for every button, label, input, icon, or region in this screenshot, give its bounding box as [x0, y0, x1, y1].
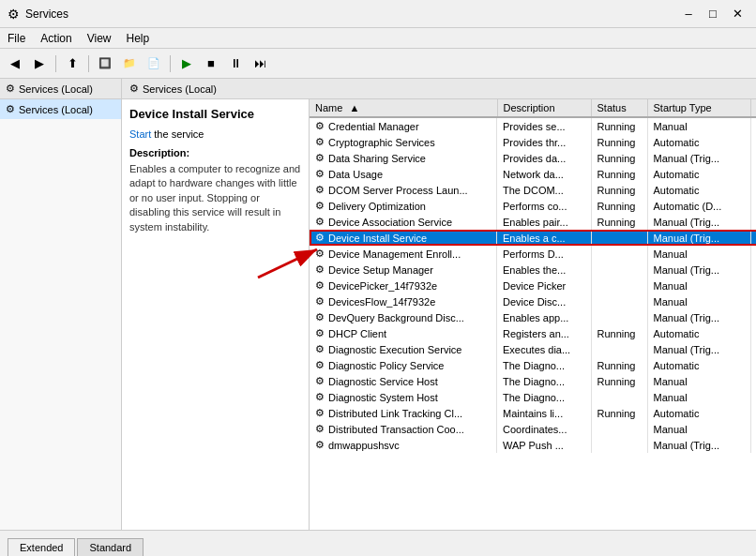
table-row[interactable]: ⚙DevicesFlow_14f7932eDevice Disc...Manua…	[310, 293, 756, 309]
service-log-cell: Loc	[750, 166, 756, 182]
service-name-cell: ⚙Distributed Transaction Coo...	[310, 421, 497, 437]
service-status-cell: Running	[591, 405, 647, 421]
menu-view[interactable]: View	[80, 30, 119, 47]
table-row[interactable]: ⚙Device Management Enroll...Performs D..…	[310, 246, 756, 262]
restart-service-button[interactable]: ⏭	[249, 53, 271, 75]
service-name-cell: ⚙DevQuery Background Disc...	[310, 309, 497, 325]
table-row[interactable]: ⚙Diagnostic Execution ServiceExecutes di…	[310, 341, 756, 357]
close-button[interactable]: ✕	[726, 3, 748, 25]
table-row[interactable]: ⚙DHCP ClientRegisters an...RunningAutoma…	[310, 325, 756, 341]
service-log-cell: Loc	[750, 214, 756, 230]
show-hide-button[interactable]: 🔲	[94, 53, 116, 75]
table-row[interactable]: ⚙Distributed Link Tracking Cl...Maintain…	[310, 405, 756, 421]
menu-action[interactable]: Action	[33, 30, 79, 47]
service-name-text: DCOM Server Process Laun...	[328, 185, 468, 196]
service-desc-cell: Provides se...	[497, 117, 591, 134]
table-row[interactable]: ⚙Device Install ServiceEnables a c...Man…	[310, 230, 756, 246]
table-row[interactable]: ⚙Credential ManagerProvides se...Running…	[310, 117, 756, 134]
tab-bar: Extended Standard	[0, 531, 145, 556]
service-startup-cell: Automatic (D...	[647, 198, 750, 214]
stop-service-button[interactable]: ■	[200, 53, 222, 75]
col-name[interactable]: Name ▲	[310, 99, 497, 117]
table-container[interactable]: Name ▲ Description Status Startup Type	[310, 99, 756, 530]
service-desc-cell: Enables app...	[497, 309, 591, 325]
service-status-cell: Running	[591, 214, 647, 230]
content-area: Device Install Service Start the service…	[122, 99, 756, 530]
col-status[interactable]: Status	[591, 99, 647, 117]
table-row[interactable]: ⚙Diagnostic System HostThe Diagno...Manu…	[310, 389, 756, 405]
service-log-cell: Loc	[750, 293, 756, 309]
props-button[interactable]: 📄	[143, 53, 165, 75]
service-log-cell: Loc	[750, 325, 756, 341]
table-row[interactable]: ⚙Data UsageNetwork da...RunningAutomatic…	[310, 166, 756, 182]
service-status-cell: Running	[591, 182, 647, 198]
minimize-button[interactable]: –	[677, 3, 700, 25]
table-row[interactable]: ⚙Distributed Transaction Coo...Coordinat…	[310, 421, 756, 437]
service-desc-cell: Maintains li...	[497, 405, 591, 421]
service-status-cell: Running	[591, 117, 647, 134]
service-desc-cell: Executes dia...	[497, 341, 591, 357]
up-button[interactable]: ⬆	[61, 53, 83, 75]
service-name-text: Distributed Link Tracking Cl...	[328, 408, 462, 419]
service-icon: ⚙	[315, 248, 325, 260]
col-log[interactable]: Log...	[750, 99, 756, 117]
description-label: Description:	[129, 147, 301, 158]
service-icon: ⚙	[315, 343, 325, 355]
tree-icon: ⚙	[6, 103, 15, 115]
service-log-cell: Loc	[750, 262, 756, 278]
table-row[interactable]: ⚙Diagnostic Policy ServiceThe Diagno...R…	[310, 357, 756, 373]
table-row[interactable]: ⚙Delivery OptimizationPerforms co...Runn…	[310, 198, 756, 214]
table-row[interactable]: ⚙DevQuery Background Disc...Enables app.…	[310, 309, 756, 325]
service-name-text: DHCP Client	[328, 328, 386, 339]
back-button[interactable]: ◀	[4, 53, 26, 75]
service-status-cell	[591, 309, 647, 325]
service-name-cell: ⚙Credential Manager	[310, 118, 497, 134]
service-log-cell: Loc	[750, 230, 756, 246]
service-name-cell: ⚙Device Setup Manager	[310, 262, 497, 278]
table-row[interactable]: ⚙Device Setup ManagerEnables the...Manua…	[310, 262, 756, 278]
service-startup-cell: Manual	[647, 389, 750, 405]
table-row[interactable]: ⚙Diagnostic Service HostThe Diagno...Run…	[310, 373, 756, 389]
table-row[interactable]: ⚙DevicePicker_14f7932eDevice PickerManua…	[310, 278, 756, 293]
service-startup-cell: Automatic	[647, 325, 750, 341]
service-startup-cell: Manual (Trig...	[647, 214, 750, 230]
service-name-cell: ⚙DHCP Client	[310, 325, 497, 341]
folder-button[interactable]: 📁	[118, 53, 141, 75]
separator-2	[88, 55, 89, 72]
menu-file[interactable]: File	[0, 30, 33, 47]
service-name-cell: ⚙Diagnostic Service Host	[310, 373, 497, 389]
services-table: Name ▲ Description Status Startup Type	[310, 99, 756, 453]
col-description[interactable]: Description	[497, 99, 591, 117]
pause-service-button[interactable]: ⏸	[224, 53, 247, 75]
left-panel-header: ⚙ Services (Local)	[0, 79, 121, 99]
tab-standard[interactable]: Standard	[77, 538, 144, 556]
table-row[interactable]: ⚙Data Sharing ServiceProvides da...Runni…	[310, 150, 756, 166]
service-log-cell: Loc	[750, 117, 756, 134]
left-panel: ⚙ Services (Local) ⚙ Services (Local)	[0, 79, 122, 530]
service-icon: ⚙	[315, 423, 325, 435]
table-row[interactable]: ⚙Cryptographic ServicesProvides thr...Ru…	[310, 134, 756, 150]
service-startup-cell: Manual	[647, 373, 750, 389]
table-row[interactable]: ⚙Device Association ServiceEnables pair.…	[310, 214, 756, 230]
service-icon: ⚙	[315, 359, 325, 371]
forward-button[interactable]: ▶	[28, 53, 51, 75]
service-log-cell: Net	[750, 198, 756, 214]
table-row[interactable]: ⚙dmwappushsvcWAP Push ...Manual (Trig...…	[310, 437, 756, 453]
service-status-cell	[591, 262, 647, 278]
service-startup-cell: Manual	[647, 246, 750, 262]
menu-help[interactable]: Help	[119, 30, 158, 47]
start-service-button[interactable]: ▶	[175, 53, 198, 75]
service-icon: ⚙	[315, 184, 325, 196]
separator-3	[170, 55, 171, 72]
tree-item-services-local[interactable]: ⚙ Services (Local)	[0, 99, 121, 119]
maximize-button[interactable]: □	[702, 3, 724, 25]
tab-extended[interactable]: Extended	[8, 538, 75, 556]
service-icon: ⚙	[315, 216, 325, 228]
window-controls: – □ ✕	[677, 3, 748, 25]
service-icon: ⚙	[315, 263, 325, 276]
col-startup[interactable]: Startup Type	[647, 99, 750, 117]
main-container: ⚙ Services (Local) ⚙ Services (Local) ⚙ …	[0, 79, 756, 530]
start-service-link[interactable]: Start	[129, 128, 151, 140]
service-icon: ⚙	[315, 120, 325, 132]
table-row[interactable]: ⚙DCOM Server Process Laun...The DCOM...R…	[310, 182, 756, 198]
